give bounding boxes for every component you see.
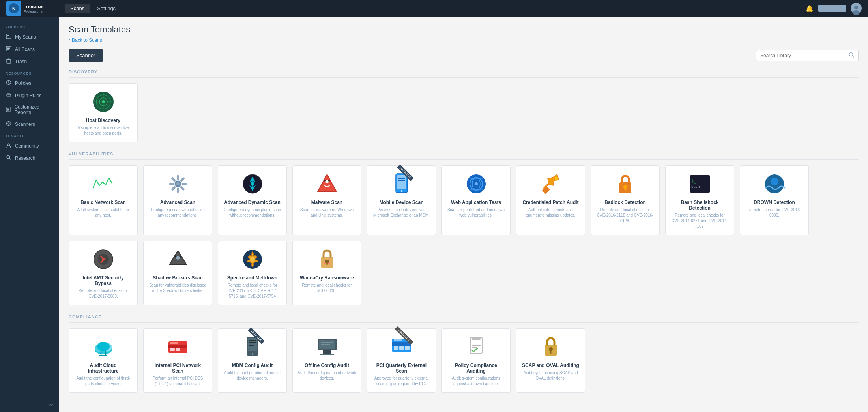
tab-scanner[interactable]: Scanner — [69, 49, 103, 62]
sidebar-item-all-scans[interactable]: All Scans — [0, 43, 59, 55]
svg-rect-112 — [394, 346, 398, 350]
card-internal-pci[interactable]: Internal PCI Network Scan Perform an int… — [143, 328, 212, 393]
drown-icon — [763, 172, 786, 196]
research-label: Research — [15, 155, 35, 161]
host-discovery-desc: A simple scan to discover live hosts and… — [74, 125, 133, 136]
svg-rect-54 — [398, 180, 405, 181]
card-mdm-config[interactable]: UPGRADE MDM Config Audit Audit the confi… — [218, 328, 287, 393]
mobile-device-desc: Assess mobile devices via Microsoft Exch… — [372, 207, 431, 218]
card-shadow-brokers[interactable]: Shadow Brokers Scan Scan for vulnerabili… — [143, 241, 212, 305]
sidebar-item-customized-reports[interactable]: Customized Reports — [0, 101, 59, 118]
card-mobile-device[interactable]: UPGRADE Mobile Device Scan Assess mobile… — [367, 165, 436, 235]
research-icon — [6, 155, 12, 161]
sidebar-item-policies[interactable]: Policies — [0, 77, 59, 89]
svg-point-2 — [854, 6, 858, 9]
scanners-label: Scanners — [15, 122, 35, 127]
card-scap-oval[interactable]: SCAP and OVAL Auditing Audit systems usi… — [516, 328, 585, 393]
my-scans-label: My Scans — [15, 34, 36, 40]
svg-point-47 — [326, 180, 329, 183]
top-nav: N nessus Professional Scans Settings 🔔 — [0, 0, 868, 17]
main-layout: FOLDERS My Scans All Scans Trash RESOURC… — [0, 17, 868, 412]
card-pci-quarterly[interactable]: UNOFFICIAL PCI Quarterly External Scan A… — [367, 328, 436, 393]
card-advanced-scan[interactable]: Advanced Scan Configure a scan without u… — [143, 165, 212, 235]
sidebar-item-trash[interactable]: Trash — [0, 55, 59, 67]
svg-point-52 — [400, 190, 402, 192]
card-offline-config[interactable]: Offline Config Audit Audit the configura… — [292, 328, 361, 393]
back-chevron-icon: ‹ — [69, 37, 70, 43]
sidebar-collapse[interactable]: << — [0, 399, 59, 412]
card-wannacry[interactable]: WannaCry Ransomware Remote and local che… — [292, 241, 361, 305]
plugin-rules-icon — [6, 92, 12, 99]
svg-rect-102 — [249, 342, 256, 343]
svg-rect-5 — [7, 35, 9, 36]
svg-text:$_: $_ — [691, 179, 696, 184]
svg-rect-34 — [177, 175, 179, 180]
svg-point-72 — [771, 178, 778, 185]
audit-cloud-title: Audit Cloud Infrastructure — [74, 363, 133, 374]
card-audit-cloud[interactable]: Audit Cloud Infrastructure Audit the con… — [69, 328, 138, 393]
card-malware-scan[interactable]: Malware Scan Scan for malware on Windows… — [292, 165, 361, 235]
pci-quarterly-title: PCI Quarterly External Scan — [372, 363, 431, 374]
svg-line-26 — [853, 56, 854, 58]
svg-rect-96 — [176, 348, 180, 351]
nav-scans[interactable]: Scans — [65, 4, 90, 13]
sidebar-item-plugin-rules[interactable]: Plugin Rules — [0, 89, 59, 101]
card-basic-network-scan[interactable]: Basic Network Scan A full system scan su… — [69, 165, 138, 235]
nav-settings[interactable]: Settings — [92, 4, 121, 13]
discovery-section: DISCOVERY Host Discovery A — [69, 69, 859, 142]
nav-links: Scans Settings — [65, 4, 806, 13]
user-avatar[interactable] — [851, 3, 862, 14]
card-host-discovery[interactable]: Host Discovery A simple scan to discover… — [69, 83, 138, 142]
wannacry-title: WannaCry Ransomware — [300, 275, 354, 281]
shadow-brokers-icon — [166, 247, 190, 271]
svg-rect-53 — [398, 178, 405, 179]
compliance-cards: Audit Cloud Infrastructure Audit the con… — [69, 328, 859, 393]
policy-compliance-desc: Audit system configurations against a kn… — [447, 376, 505, 387]
tenable-label: TENABLE — [0, 130, 59, 140]
sidebar-item-scanners[interactable]: Scanners — [0, 118, 59, 130]
intel-amt-desc: Remote and local checks for CVE-2017-568… — [74, 288, 133, 299]
sidebar: FOLDERS My Scans All Scans Trash RESOURC… — [0, 17, 59, 412]
policy-compliance-icon — [464, 335, 488, 359]
card-bash-shellshock[interactable]: $_ bash Bash Shellshock Detection Remote… — [665, 165, 734, 235]
app-name: nessus — [26, 4, 44, 9]
nav-right: 🔔 — [806, 3, 862, 14]
offline-config-icon — [315, 335, 339, 359]
sidebar-item-community[interactable]: Community — [0, 140, 59, 152]
sidebar-item-research[interactable]: Research — [0, 152, 59, 164]
card-badlock[interactable]: Badlock Detection Remote and local check… — [591, 165, 660, 235]
card-web-app-tests[interactable]: Web Application Tests Scan for published… — [441, 165, 511, 235]
web-app-icon — [464, 172, 488, 196]
card-drown[interactable]: DROWN Detection Remote checks for CVE-20… — [740, 165, 809, 235]
back-to-scans-link[interactable]: ‹ Back to Scans — [69, 37, 102, 43]
card-credentialed-patch[interactable]: Credentialed Patch Audit Authenticate to… — [516, 165, 585, 235]
search-input[interactable] — [760, 53, 846, 58]
card-policy-compliance[interactable]: Policy Compliance Auditing Audit system … — [441, 328, 511, 393]
spectre-icon — [241, 247, 264, 271]
internal-pci-icon — [166, 335, 190, 359]
wannacry-icon — [315, 247, 339, 271]
advanced-dynamic-desc: Configure a dynamic plugin scan without … — [223, 207, 282, 218]
svg-point-85 — [328, 262, 330, 264]
logo-icon: N — [6, 1, 21, 16]
card-spectre[interactable]: Spectre and Meltdown Remote and local ch… — [218, 241, 287, 305]
mobile-device-icon: UPGRADE — [390, 172, 413, 196]
notification-icon[interactable]: 🔔 — [806, 5, 814, 12]
svg-rect-51 — [397, 175, 406, 189]
svg-text:bash: bash — [691, 185, 700, 189]
svg-line-24 — [9, 158, 11, 160]
basic-network-desc: A full system scan suitable for any host… — [74, 207, 133, 218]
svg-rect-15 — [8, 93, 9, 94]
discovery-label: DISCOVERY — [69, 69, 859, 78]
sidebar-item-my-scans[interactable]: My Scans — [0, 31, 59, 43]
svg-rect-94 — [168, 345, 187, 348]
pci-quarterly-icon: UNOFFICIAL — [390, 335, 413, 359]
card-intel-amt[interactable]: Intel AMT Security Bypass Remote and loc… — [69, 241, 138, 305]
advanced-dynamic-icon — [241, 172, 264, 196]
patch-audit-icon — [539, 172, 563, 196]
username-bar — [818, 5, 846, 12]
svg-rect-101 — [249, 340, 256, 341]
pci-quarterly-desc: Approved for quarterly external scanning… — [372, 376, 431, 387]
svg-rect-108 — [321, 342, 333, 343]
card-advanced-dynamic[interactable]: Advanced Dynamic Scan Configure a dynami… — [218, 165, 287, 235]
